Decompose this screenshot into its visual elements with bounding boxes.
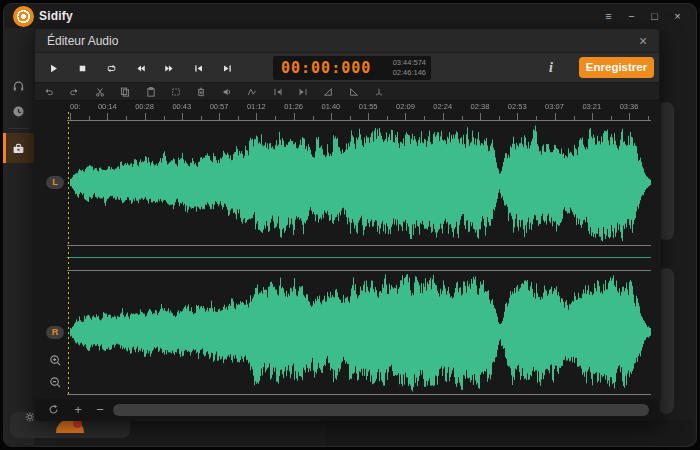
undo-icon: [43, 86, 55, 98]
refresh-icon: [47, 403, 60, 416]
select-button[interactable]: [167, 83, 185, 101]
maximize-button[interactable]: □: [643, 5, 666, 27]
total-time: 03:44:574: [393, 58, 426, 67]
fade-out-icon: [348, 86, 360, 98]
sidebar-item-toolbox[interactable]: [3, 133, 34, 163]
ruler-label: 00:: [70, 102, 80, 111]
zoom-out-icon: [48, 375, 63, 390]
sidebar: [3, 28, 34, 447]
dialog-title: Éditeur Audio: [47, 29, 118, 53]
ruler-label: 00:57: [210, 102, 229, 111]
stop-button[interactable]: [71, 57, 93, 79]
rewind-icon: [134, 62, 147, 75]
dialog-titlebar: Éditeur Audio ×: [35, 29, 659, 53]
cut-button[interactable]: [91, 83, 109, 101]
ruler-label: 00:43: [172, 102, 191, 111]
close-window-button[interactable]: ×: [666, 5, 689, 27]
app-logo-icon: [13, 6, 34, 27]
duration-times: 03:44:574 02:46:146: [393, 58, 426, 78]
close-dialog-button[interactable]: ×: [631, 29, 655, 53]
ruler-label: 02:09: [396, 102, 415, 111]
volume-button[interactable]: [218, 83, 236, 101]
skip-end-icon: [221, 62, 234, 75]
ruler-label: 01:40: [321, 102, 340, 111]
skip-end-button[interactable]: [216, 57, 238, 79]
envelope-button[interactable]: [243, 83, 261, 101]
delete-icon: [195, 86, 207, 98]
audio-editor-dialog: Éditeur Audio × 00:00:000 03:44:574 02:4…: [34, 28, 660, 420]
loop-icon: [105, 62, 118, 75]
ruler-label: 01:55: [359, 102, 378, 111]
ruler-label: 03:21: [582, 102, 601, 111]
menu-button[interactable]: ≡: [597, 5, 620, 27]
skip-start-icon: [192, 62, 205, 75]
paste-button[interactable]: [142, 83, 160, 101]
ruler-label: 00:28: [135, 102, 154, 111]
zoom-in-h-button[interactable]: +: [70, 399, 86, 421]
skip-start-button[interactable]: [187, 57, 209, 79]
copy-icon: [119, 86, 131, 98]
toolbox-icon: [11, 141, 26, 156]
horizontal-scrollbar[interactable]: [113, 404, 649, 416]
ruler-label: 01:12: [247, 102, 266, 111]
waveform-canvas[interactable]: [67, 101, 651, 399]
edit-toolbar: [35, 83, 659, 101]
ruler-label: 00:14: [98, 102, 117, 111]
stop-icon: [76, 62, 89, 75]
reset-zoom-button[interactable]: [46, 402, 62, 418]
delete-button[interactable]: [192, 83, 210, 101]
trim-start-button[interactable]: [269, 83, 287, 101]
sidebar-item-converter[interactable]: [3, 72, 34, 98]
zoom-out-h-button[interactable]: −: [92, 399, 108, 421]
minimize-button[interactable]: −: [620, 5, 643, 27]
fade-in-icon: [322, 86, 334, 98]
info-button[interactable]: i: [539, 56, 563, 80]
undo-button[interactable]: [40, 83, 58, 101]
ruler-label: 02:53: [508, 102, 527, 111]
current-time: 00:00:000: [281, 59, 371, 77]
fast-forward-button[interactable]: [158, 57, 180, 79]
loop-button[interactable]: [100, 57, 122, 79]
left-channel-label: L: [46, 176, 64, 189]
app-title: Sidify: [39, 9, 73, 23]
ruler-label: 03:36: [620, 102, 639, 111]
rewind-button[interactable]: [129, 57, 151, 79]
play-icon: [47, 62, 60, 75]
fade-out-button[interactable]: [345, 83, 363, 101]
time-ruler[interactable]: 00:00:1400:2800:4300:5701:1201:2601:4001…: [67, 102, 651, 113]
redo-button[interactable]: [65, 83, 83, 101]
headphones-icon: [11, 78, 26, 93]
trim-start-icon: [272, 86, 284, 98]
titlebar: Sidify ≡ − □ ×: [3, 3, 697, 28]
right-channel-label: R: [46, 326, 64, 339]
insert-silence-icon: [373, 86, 385, 98]
ruler-label: 02:24: [433, 102, 452, 111]
insert-silence-button[interactable]: [370, 83, 388, 101]
zoom-in-button[interactable]: [48, 353, 64, 369]
clock-icon: [11, 104, 26, 119]
ruler-label: 02:38: [471, 102, 490, 111]
zoom-in-icon: [48, 353, 63, 368]
fade-in-button[interactable]: [319, 83, 337, 101]
background-panel: [325, 420, 693, 446]
time-display: 00:00:000 03:44:574 02:46:146: [273, 56, 431, 80]
active-accent-bar: [3, 133, 6, 163]
copy-button[interactable]: [116, 83, 134, 101]
sidebar-item-history[interactable]: [3, 98, 34, 124]
select-icon: [170, 86, 182, 98]
trim-end-button[interactable]: [294, 83, 312, 101]
save-button[interactable]: Enregistrer: [579, 57, 654, 78]
cut-icon: [94, 86, 106, 98]
ruler-label: 01:26: [284, 102, 303, 111]
remaining-time: 02:46:146: [393, 68, 426, 77]
envelope-icon: [246, 86, 258, 98]
transport-toolbar: 00:00:000 03:44:574 02:46:146 i Enregist…: [35, 53, 659, 83]
redo-icon: [68, 86, 80, 98]
window-controls: ≡ − □ ×: [597, 5, 689, 27]
ruler-label: 03:07: [545, 102, 564, 111]
play-button[interactable]: [42, 57, 64, 79]
editor-bottom-bar: + −: [35, 399, 659, 421]
zoom-out-button[interactable]: [48, 375, 64, 391]
waveform-editor: 00:00:1400:2800:4300:5701:1201:2601:4001…: [35, 101, 661, 399]
sidebar-divider: [8, 128, 29, 129]
